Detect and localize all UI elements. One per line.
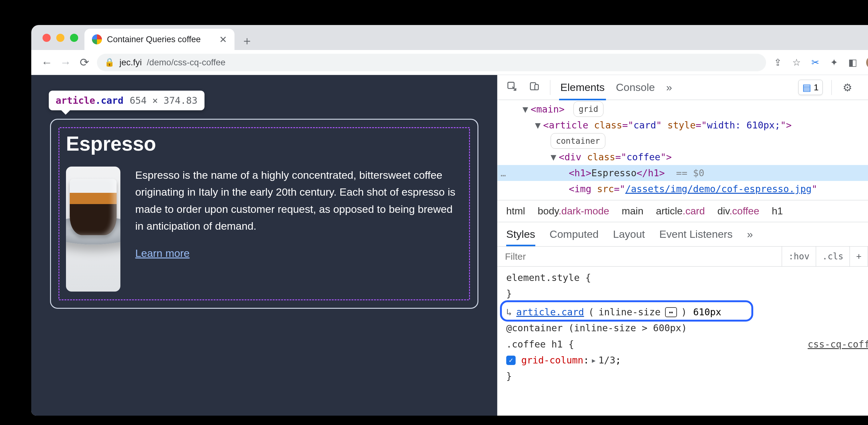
resize-icon[interactable]: ↔ (665, 307, 677, 317)
new-rule-button[interactable]: + (850, 247, 868, 266)
devtools-toolbar: Elements Console » ▤ 1 ⚙ ⋮ ✕ (497, 75, 868, 100)
svg-rect-2 (535, 85, 538, 90)
close-window-icon[interactable] (42, 34, 51, 42)
css-declaration[interactable]: ✓ grid-column: ▸ 1/3; (506, 352, 868, 368)
url-host: jec.fyi (119, 58, 142, 67)
toolbar-actions: ⇪ ☆ ✂ ✦ ◧ ⋮ (772, 56, 868, 69)
elements-tree[interactable]: ▼<main> grid ▼<article class="card" styl… (497, 100, 868, 200)
content-split: article.card 654 × 374.83 Espresso (31, 75, 868, 416)
container-selector[interactable]: article.card (516, 304, 584, 320)
back-button[interactable]: ← (41, 56, 53, 69)
styles-subtabs: Styles Computed Layout Event Listeners » (497, 222, 868, 247)
kebab-icon[interactable]: ⋮ (863, 81, 868, 94)
css-rule[interactable]: css-cq-coffee:45 .coffee h1 { (506, 336, 868, 352)
styles-filter-bar: :hov .cls + ◀ (497, 247, 868, 267)
tree-node-article-badge[interactable]: container (497, 133, 868, 149)
grid-badge[interactable]: grid (574, 101, 604, 117)
subtab-event-listeners[interactable]: Event Listeners (659, 223, 733, 246)
tree-node-div[interactable]: ▼<div class="coffee"> (497, 149, 868, 165)
tooltip-element: article (56, 95, 95, 106)
at-container-rule: @container (inline-size > 600px) (506, 320, 687, 336)
cls-toggle[interactable]: .cls (816, 247, 850, 266)
espresso-card: Espresso Espresso is the name of a highl… (50, 119, 478, 309)
tab-console[interactable]: Console (615, 75, 656, 100)
tree-node-h1[interactable]: ⋯ <h1>Espresso</h1> == $0 (497, 165, 868, 181)
hov-toggle[interactable]: :hov (782, 247, 816, 266)
device-toolbar-icon[interactable] (527, 81, 541, 94)
close-tab-icon[interactable]: ✕ (219, 34, 227, 45)
subtab-styles[interactable]: Styles (506, 223, 535, 246)
reload-button[interactable]: ⟳ (78, 56, 91, 69)
toolbar: ← → ⟳ 🔒 jec.fyi/demo/css-cq-coffee ⇪ ☆ ✂… (31, 50, 868, 75)
subtab-more[interactable]: » (747, 223, 753, 246)
sidepanel-icon[interactable]: ◧ (847, 57, 858, 68)
scissors-icon[interactable]: ✂ (810, 57, 820, 68)
learn-more-link[interactable]: Learn more (135, 247, 190, 259)
issues-badge[interactable]: ▤ 1 (798, 80, 823, 95)
coffee-image (66, 167, 120, 292)
styles-filter-input[interactable] (497, 251, 782, 262)
crumb-html[interactable]: html (506, 205, 525, 217)
browser-tab[interactable]: Container Queries coffee ✕ (85, 29, 235, 50)
address-bar[interactable]: 🔒 jec.fyi/demo/css-cq-coffee (97, 54, 766, 71)
forward-button: → (59, 56, 72, 69)
lock-icon: 🔒 (104, 58, 115, 67)
tree-node-article[interactable]: ▼<article class="card" style="width: 610… (497, 117, 868, 133)
crumb-h1[interactable]: h1 (772, 205, 783, 217)
crumb-div[interactable]: div.coffee (717, 205, 759, 217)
tree-node-main[interactable]: ▼<main> grid (497, 101, 868, 117)
devtools-panel: Elements Console » ▤ 1 ⚙ ⋮ ✕ ▼<main> gri… (497, 75, 868, 416)
element-style-rule[interactable]: element.style { (506, 270, 868, 286)
tab-strip: Container Queries coffee ✕ ＋ ⌄ (31, 25, 868, 50)
card-description: Espresso is the name of a highly concent… (135, 167, 462, 235)
crumb-main[interactable]: main (622, 205, 643, 217)
crumb-body[interactable]: body.dark-mode (537, 205, 609, 217)
share-icon[interactable]: ⇪ (772, 57, 783, 68)
tab-title: Container Queries coffee (107, 35, 214, 44)
page-viewport: article.card 654 × 374.83 Espresso (31, 75, 497, 416)
tab-more[interactable]: » (665, 75, 673, 100)
card-title: Espresso (66, 132, 462, 155)
favicon-icon (92, 34, 102, 44)
source-link[interactable]: css-cq-coffee:45 (808, 336, 868, 352)
inspect-tooltip: article.card 654 × 374.83 (49, 91, 205, 110)
breadcrumb[interactable]: html body.dark-mode main article.card di… (497, 200, 868, 222)
styles-pane[interactable]: element.style { } ↳ article.card (inline… (497, 267, 868, 392)
tab-elements[interactable]: Elements (559, 75, 606, 100)
gear-icon[interactable]: ⚙ (840, 81, 854, 94)
extensions-icon[interactable]: ✦ (829, 57, 839, 68)
window-controls (42, 34, 78, 42)
avatar[interactable] (866, 56, 868, 69)
container-query-ancestor[interactable]: ↳ article.card (inline-size ↔) 610px (506, 304, 721, 320)
url-path: /demo/css-cq-coffee (147, 58, 226, 67)
issues-count: 1 (814, 83, 818, 93)
issue-icon: ▤ (802, 82, 811, 93)
bookmark-icon[interactable]: ☆ (791, 57, 802, 68)
subtab-computed[interactable]: Computed (550, 223, 599, 246)
tooltip-dimensions: 654 × 374.83 (130, 95, 197, 106)
declaration-checkbox[interactable]: ✓ (506, 356, 516, 365)
new-tab-button[interactable]: ＋ (240, 33, 254, 48)
maximize-window-icon[interactable] (70, 34, 78, 42)
tree-node-img[interactable]: <img src="/assets/img/demo/cof-espresso.… (497, 181, 868, 197)
container-badge[interactable]: container (551, 133, 606, 149)
crumb-article[interactable]: article.card (656, 205, 705, 217)
minimize-window-icon[interactable] (56, 34, 64, 42)
browser-window: Container Queries coffee ✕ ＋ ⌄ ← → ⟳ 🔒 j… (31, 25, 868, 416)
inspect-icon[interactable] (505, 81, 519, 94)
subtab-layout[interactable]: Layout (613, 223, 645, 246)
tooltip-class: .card (95, 95, 123, 106)
